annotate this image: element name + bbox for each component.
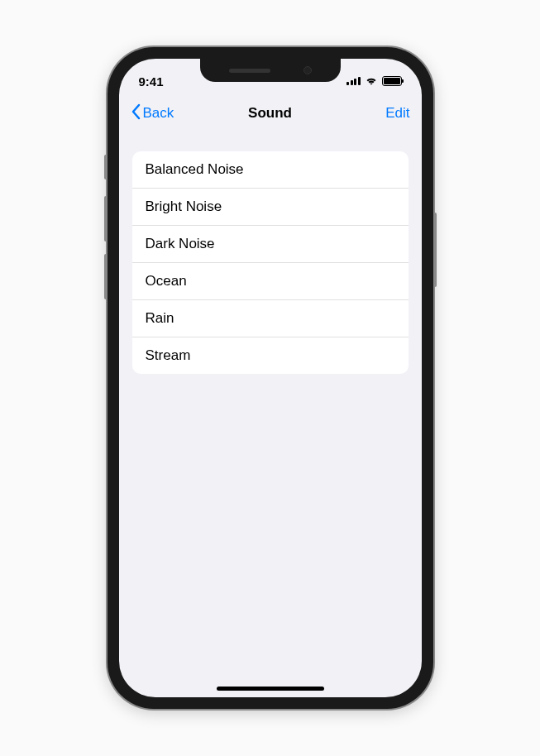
speaker	[229, 69, 270, 73]
notch	[200, 59, 341, 82]
sound-list: Balanced Noise Bright Noise Dark Noise O…	[132, 151, 409, 374]
sound-label: Bright Noise	[146, 199, 222, 214]
silence-switch	[104, 155, 108, 179]
wifi-icon	[365, 76, 378, 86]
list-item[interactable]: Bright Noise	[132, 189, 409, 226]
sound-label: Dark Noise	[146, 236, 215, 251]
home-indicator[interactable]	[217, 687, 324, 691]
page-title: Sound	[248, 105, 292, 122]
sound-label: Stream	[146, 347, 191, 363]
content-area: Balanced Noise Bright Noise Dark Noise O…	[119, 132, 422, 394]
sound-label: Balanced Noise	[146, 161, 244, 177]
list-item[interactable]: Dark Noise	[132, 226, 409, 263]
back-label: Back	[143, 105, 174, 122]
volume-down-button	[104, 254, 108, 299]
front-camera	[303, 66, 312, 74]
list-item[interactable]: Stream	[132, 337, 409, 374]
chevron-left-icon	[131, 103, 141, 124]
navigation-bar: Back Sound Edit	[119, 95, 422, 132]
status-indicators	[336, 76, 402, 86]
volume-up-button	[104, 196, 108, 242]
battery-icon	[382, 76, 402, 86]
sound-label: Ocean	[146, 273, 187, 289]
phone-device-frame: 9:41	[108, 47, 433, 709]
list-item[interactable]: Rain	[132, 300, 409, 337]
back-button[interactable]: Back	[131, 103, 189, 124]
sound-label: Rain	[146, 310, 174, 326]
edit-button[interactable]: Edit	[351, 105, 409, 122]
list-item[interactable]: Ocean	[132, 263, 409, 300]
phone-screen: 9:41	[119, 59, 422, 697]
cellular-signal-icon	[346, 77, 361, 85]
power-button	[433, 213, 437, 287]
list-item[interactable]: Balanced Noise	[132, 151, 409, 189]
status-time: 9:41	[139, 74, 189, 89]
